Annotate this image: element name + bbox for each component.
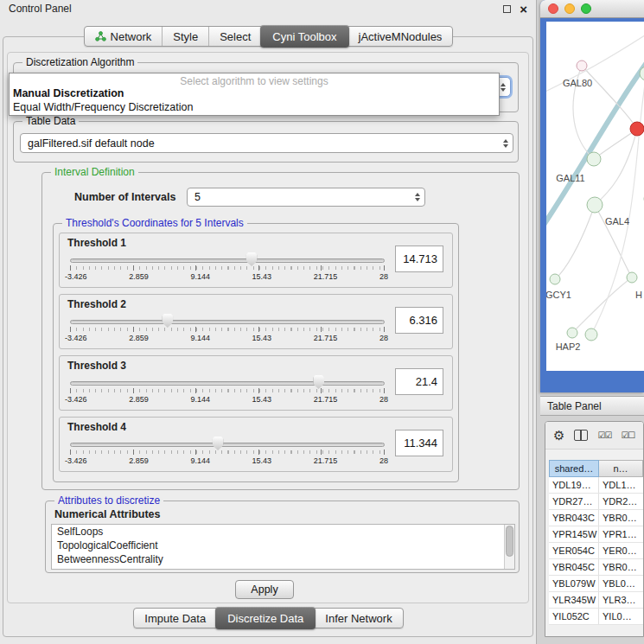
table-row[interactable]: YBR043CYBR0… — [549, 510, 643, 526]
dropdown-placeholder: Select algorithm to view settings — [10, 73, 499, 86]
apply-button[interactable]: Apply — [235, 580, 294, 599]
network-node[interactable] — [587, 152, 601, 166]
minimize-traffic-icon[interactable] — [564, 3, 575, 14]
close-icon[interactable]: × — [520, 3, 527, 16]
dropdown-option-manual-discretization[interactable]: Manual Discretization — [10, 86, 499, 100]
tab-impute-data[interactable]: Impute Data — [134, 609, 216, 628]
list-item[interactable]: BetweennessCentrality — [52, 552, 514, 566]
threshold-2-label: Threshold 2 — [67, 298, 126, 310]
slider-track — [70, 258, 385, 263]
discretization-algorithm-label: Discretization Algorithm — [22, 56, 137, 68]
table-row[interactable]: YBR045CYBR0… — [549, 559, 643, 576]
threshold-3-value-field[interactable]: 21.4 — [395, 368, 443, 395]
tab-infer-network[interactable]: Infer Network — [315, 609, 402, 628]
table-row[interactable]: YBL079WYBL0… — [549, 576, 643, 592]
node-label: GCY1 — [546, 290, 571, 300]
scrollbar-thumb[interactable] — [506, 526, 513, 557]
table-data-label: Table Data — [22, 115, 79, 127]
table-row[interactable]: YDL19…YDL1… — [549, 477, 643, 494]
threshold-2-value-field[interactable]: 6.316 — [395, 307, 443, 334]
threshold-1-value-field[interactable]: 14.713 — [395, 245, 443, 272]
control-panel-titlebar: Control Panel × — [0, 0, 536, 17]
interval-definition-title: Interval Definition — [51, 166, 138, 178]
slider-thumb[interactable] — [213, 437, 224, 450]
table-data-value: galFiltered.sif default node — [28, 137, 155, 150]
threshold-3-label: Threshold 3 — [67, 360, 126, 372]
slider-track — [70, 381, 385, 386]
attributes-scrollbar[interactable] — [504, 525, 514, 569]
attributes-list[interactable]: SelfLoops TopologicalCoefficient Between… — [51, 524, 515, 570]
threshold-2-slider[interactable]: -3.4262.8599.14415.4321.71528 — [70, 312, 385, 347]
slider-thumb[interactable] — [246, 252, 258, 266]
thresholds-group: Threshold's Coordinates for 5 Intervals … — [53, 223, 459, 482]
threshold-1-label: Threshold 1 — [67, 237, 126, 249]
node-label: GAL80 — [563, 78, 592, 88]
tab-network[interactable]: Network — [85, 27, 163, 46]
tab-select[interactable]: Select — [208, 27, 261, 46]
table-row[interactable]: YPR145WYPR1… — [549, 526, 643, 543]
list-item[interactable]: TopologicalCoefficient — [52, 539, 514, 552]
node-table: shared… n… YDL19…YDL1… YDR27…YDR2… YBR04… — [549, 460, 643, 625]
number-of-intervals-combobox[interactable]: 5 — [187, 188, 425, 207]
threshold-4-slider[interactable]: -3.4262.8599.14415.4321.71528 — [70, 435, 385, 469]
slider-thumb[interactable] — [313, 375, 324, 389]
tab-cyni-toolbox[interactable]: Cyni Toolbox — [260, 25, 348, 48]
node-label: H — [635, 290, 642, 300]
table-row[interactable]: YER054CYER0… — [549, 543, 643, 559]
window-title: Control Panel — [9, 3, 72, 15]
threshold-3-slider[interactable]: -3.4262.8599.14415.4321.71528 — [70, 373, 385, 408]
table-data-group: Table Data galFiltered.sif default node — [13, 121, 519, 163]
numerical-attributes-label: Numerical Attributes — [54, 508, 160, 520]
combo-stepper-icon — [499, 134, 513, 152]
table-panel-titlebar: Table Panel — [540, 396, 644, 416]
close-traffic-icon[interactable] — [548, 3, 558, 14]
column-header-shared-name[interactable]: shared… — [549, 460, 599, 477]
column-header-name[interactable]: n… — [599, 460, 643, 477]
thresholds-group-title: Threshold's Coordinates for 5 Intervals — [62, 217, 247, 229]
table-toolbar: ⚙ ☑☑ ☑☐ — [545, 422, 643, 450]
tab-network-label: Network — [111, 30, 152, 43]
combo-stepper-icon — [411, 188, 424, 206]
select-checks-icon[interactable]: ☑☑ — [597, 431, 611, 440]
network-node[interactable] — [577, 61, 587, 71]
attributes-group: Attributes to discretize Numerical Attri… — [45, 501, 520, 573]
network-icon — [95, 31, 106, 41]
control-panel-tabbar: Network Style Select Cyni Toolbox jActiv… — [0, 26, 537, 47]
columns-icon[interactable] — [574, 430, 588, 441]
table-row[interactable]: YLR345WYLR3… — [549, 592, 643, 609]
network-canvas[interactable]: GAL80 GAL11 GAL4 GCY1 H HAP2 — [546, 22, 644, 371]
network-view-window: GAL80 GAL11 GAL4 GCY1 H HAP2 — [540, 0, 644, 392]
network-node[interactable] — [627, 272, 637, 283]
table-row[interactable]: YDR27…YDR2… — [549, 494, 643, 510]
network-node[interactable] — [567, 328, 577, 338]
threshold-1-slider[interactable]: -3.4262.8599.14415.4321.71528 — [70, 251, 385, 285]
network-node[interactable] — [587, 197, 603, 213]
threshold-2-section: Threshold 2 -3.4262.8599.14415.4321.7152… — [59, 294, 453, 349]
tab-discretize-data[interactable]: Discretize Data — [215, 607, 316, 629]
selected-network-node[interactable] — [630, 122, 644, 136]
clear-checks-icon[interactable]: ☑☐ — [621, 431, 634, 440]
cyni-bottom-tabbar: Impute Data Discretize Data Infer Networ… — [0, 608, 537, 628]
table-data-combobox[interactable]: galFiltered.sif default node — [20, 133, 513, 153]
network-node[interactable] — [550, 274, 560, 284]
network-window-titlebar — [540, 0, 644, 18]
algorithm-dropdown-list: Select algorithm to view settings Manual… — [9, 73, 500, 116]
dropdown-option-equal-width[interactable]: Equal Width/Frequency Discretization — [10, 100, 499, 114]
threshold-4-label: Threshold 4 — [67, 421, 126, 433]
float-window-icon[interactable] — [503, 5, 511, 13]
tab-jactivemnodules[interactable]: jActiveMNodules — [348, 27, 453, 46]
list-item[interactable]: SelfLoops — [52, 525, 514, 539]
node-label: GAL4 — [605, 216, 629, 226]
threshold-4-section: Threshold 4 -3.4262.8599.14415.4321.7152… — [59, 417, 453, 472]
table-row[interactable]: YIL052CYIL0… — [549, 609, 643, 625]
tab-style[interactable]: Style — [162, 27, 208, 46]
slider-track — [70, 443, 385, 447]
zoom-traffic-icon[interactable] — [581, 3, 591, 14]
attributes-group-title: Attributes to discretize — [54, 494, 163, 507]
number-of-intervals-label: Number of Intervals — [74, 191, 175, 203]
number-of-intervals-value: 5 — [194, 191, 201, 203]
network-node[interactable] — [585, 328, 597, 341]
gear-icon[interactable]: ⚙ — [553, 429, 564, 442]
threshold-4-value-field[interactable]: 11.344 — [395, 430, 443, 456]
slider-thumb[interactable] — [162, 314, 173, 328]
